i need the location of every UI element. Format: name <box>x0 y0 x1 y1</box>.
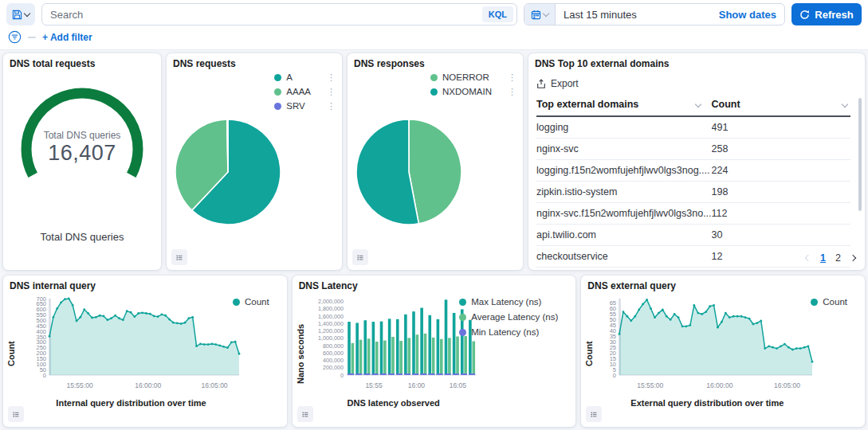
search-input[interactable]: Search KQL <box>41 3 517 25</box>
chevron-down-icon <box>24 10 30 17</box>
count-cell: 198 <box>712 182 850 203</box>
svg-text:15:55: 15:55 <box>365 381 383 389</box>
svg-text:16:00: 16:00 <box>407 381 425 389</box>
table-scrollbar[interactable] <box>858 98 862 211</box>
sort-chevron-icon <box>694 101 701 108</box>
list-icon <box>357 252 363 263</box>
svg-text:16:00:00: 16:00:00 <box>707 381 733 389</box>
legend-toggle-button[interactable] <box>586 406 602 422</box>
domain-cell: nginx-svc <box>536 139 712 160</box>
panel-title: DNS internal query <box>10 280 281 292</box>
legend-toggle-button[interactable] <box>297 406 313 422</box>
legend-item[interactable]: NXDOMAIN⋮ <box>430 87 516 96</box>
next-page-icon[interactable] <box>850 255 856 261</box>
legend-toggle-button[interactable] <box>352 249 368 265</box>
chevron-down-icon <box>543 10 549 17</box>
search-placeholder: Search <box>50 9 482 21</box>
export-button[interactable]: Export <box>536 78 592 89</box>
show-dates-button[interactable]: Show dates <box>719 9 784 21</box>
legend-item[interactable]: Min Latency (ns) <box>459 327 569 337</box>
date-quick-menu-button[interactable] <box>524 4 556 25</box>
gauge-center-text: Total DNS queries 16,407 <box>3 130 161 166</box>
legend-label: NOERROR <box>442 72 503 82</box>
legend-item[interactable]: SRV⋮ <box>274 101 336 111</box>
legend-item-menu-icon[interactable]: ⋮ <box>327 103 336 110</box>
gauge-value: 16,407 <box>3 141 161 166</box>
page-number[interactable]: 2 <box>835 252 841 264</box>
export-label: Export <box>551 78 579 89</box>
panel-dns-total-requests: DNS total requests Total DNS queries 16,… <box>3 53 161 270</box>
table-row: nginx-svc.f15n2womfujehfjlwv0lgs3no...11… <box>536 203 850 225</box>
column-header-domains[interactable]: Top external domains <box>536 94 712 116</box>
add-filter-button[interactable]: + Add filter <box>42 32 92 43</box>
panel-title: DNS total requests <box>10 58 155 70</box>
bar-chart: 0200,000400,000600,000800,0001,000,0001,… <box>307 295 481 396</box>
y-axis-title: Nano seconds <box>296 318 305 389</box>
legend-toggle-button[interactable] <box>171 249 187 265</box>
panel-dns-latency: DNS Latency Nano seconds 0200,000400,000… <box>293 276 576 427</box>
kql-language-button[interactable]: KQL <box>482 6 513 22</box>
legend-item-menu-icon[interactable]: ⋮ <box>508 88 516 96</box>
legend-dot-icon <box>459 299 466 306</box>
legend-dot-icon <box>430 88 438 96</box>
table-row: api.twilio.com30 <box>536 225 850 246</box>
panel-dns-responses: DNS responses NOERROR⋮NXDOMAIN⋮ <box>348 53 523 270</box>
gauge-caption: Total DNS queries <box>3 231 161 243</box>
table-row: checkoutservice12 <box>536 246 850 268</box>
legend-item[interactable]: NOERROR⋮ <box>430 72 516 82</box>
svg-text:15:55:00: 15:55:00 <box>638 381 664 389</box>
legend-dot-icon <box>274 88 281 96</box>
legend-label: AAAA <box>286 87 322 96</box>
domain-cell: zipkin.istio-system <box>536 182 712 203</box>
legend-dot-icon <box>459 329 466 336</box>
count-cell: 224 <box>712 160 850 182</box>
filter-menu-icon[interactable] <box>8 30 22 44</box>
svg-text:200,000: 200,000 <box>323 364 344 371</box>
svg-text:16:05:00: 16:05:00 <box>774 381 800 389</box>
legend-dot-icon <box>811 299 818 306</box>
saved-query-menu-button[interactable] <box>6 3 35 25</box>
svg-text:400,000: 400,000 <box>323 357 344 364</box>
legend-item[interactable]: A⋮ <box>274 72 336 82</box>
count-cell: 112 <box>712 203 850 225</box>
panel-title: DNS requests <box>173 58 336 70</box>
legend-item[interactable]: Max Latency (ns) <box>459 297 569 307</box>
list-icon <box>302 409 308 420</box>
column-header-count[interactable]: Count <box>712 94 850 116</box>
area-chart: 0510152025303540455055606515:55:0016:00:… <box>595 295 819 396</box>
page-number[interactable]: 1 <box>820 252 826 264</box>
panel-dns-external-query: DNS external query Count 051015202530354… <box>581 276 865 427</box>
legend-item-menu-icon[interactable]: ⋮ <box>327 74 336 81</box>
legend-item[interactable]: Average Latency (ns) <box>459 312 569 322</box>
svg-text:16:05:00: 16:05:00 <box>202 381 228 389</box>
svg-text:2,000,000: 2,000,000 <box>318 298 344 305</box>
chart-legend: Max Latency (ns)Average Latency (ns)Min … <box>459 297 569 337</box>
y-axis-title: Count <box>6 318 16 389</box>
legend-item[interactable]: AAAA⋮ <box>274 87 336 96</box>
svg-text:1,200,000: 1,200,000 <box>318 327 344 334</box>
previous-page-icon[interactable] <box>805 255 811 261</box>
legend-dot-icon <box>459 314 466 321</box>
legend-item[interactable]: Count <box>233 297 281 307</box>
refresh-button[interactable]: Refresh <box>791 3 862 25</box>
legend-dot-icon <box>274 103 281 110</box>
count-cell: 30 <box>712 225 850 246</box>
list-icon <box>13 409 19 420</box>
legend-item-menu-icon[interactable]: ⋮ <box>508 74 516 81</box>
count-cell: 491 <box>712 116 850 139</box>
legend-label: Count <box>823 297 858 307</box>
x-axis-title: Internal query distribution over time <box>18 398 245 408</box>
legend-item-menu-icon[interactable]: ⋮ <box>327 88 336 96</box>
table-row: logging.f15n2womfujehfjlwv0lgs3nog....22… <box>536 160 850 182</box>
export-icon <box>536 79 546 89</box>
svg-text:15:55:00: 15:55:00 <box>67 381 93 389</box>
time-range-value[interactable]: Last 15 minutes <box>556 9 719 21</box>
svg-text:0: 0 <box>340 372 344 379</box>
legend-item[interactable]: Count <box>811 297 858 307</box>
legend-label: Max Latency (ns) <box>471 297 569 307</box>
refresh-icon <box>799 10 810 20</box>
legend-toggle-button[interactable] <box>8 406 24 422</box>
panel-title: DNS Top 10 external domains <box>535 58 858 70</box>
legend-label: Min Latency (ns) <box>471 327 569 337</box>
x-axis-title: External query distribution over time <box>595 398 819 408</box>
